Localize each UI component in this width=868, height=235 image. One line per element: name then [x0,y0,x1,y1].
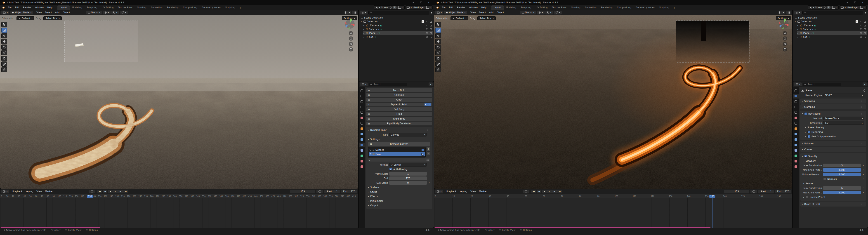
simplify-render-header[interactable]: ▾ Render [800,181,866,186]
curves-panel[interactable]: ▸ Curves [800,147,866,152]
timeline-menu-marker[interactable]: Marker [477,190,489,193]
outliner-row-cube[interactable]: ▸▽Cube↪⌁▽ [797,27,867,31]
workspace-tab-compositing[interactable]: Compositing [181,5,199,10]
menu-file[interactable]: File [6,6,13,9]
value-field[interactable]: 1.000 [823,173,861,176]
workspace-tab-compositing[interactable]: Compositing [615,5,633,10]
properties-tab-render[interactable] [359,94,365,99]
hide-viewport-icon[interactable] [426,32,428,34]
simplify-checkbox[interactable]: ✓ [804,155,807,158]
chevron-right-icon[interactable]: ▸ [364,36,365,38]
collection-checkbox[interactable]: ✓ [422,20,424,23]
use-preview-range-button[interactable] [316,190,323,194]
orientation-setting-dropdown[interactable]: Default ▾ [17,16,35,20]
play-reverse-button[interactable]: ◀ [108,190,113,194]
sampling-panel[interactable]: ▸ Sampling [800,99,866,103]
tool-measure[interactable] [435,67,441,72]
surface-list-item-color[interactable]: ▽Color✓ [369,152,425,156]
tool-transform[interactable] [1,56,7,61]
chevron-right-icon[interactable]: ▸ [364,32,365,34]
orientation-setting-dropdown[interactable]: Default ▾ [451,16,469,20]
close-button[interactable]: × [426,0,432,4]
add-workspace-button[interactable]: + [672,6,677,10]
drag-grip-icon[interactable] [427,129,430,131]
viewport-toggle-perspective-button[interactable] [783,47,787,52]
properties-tab-object-data[interactable] [359,154,365,158]
viewport-pan-button[interactable] [783,36,787,41]
timeline-menu-view[interactable]: View [469,190,477,193]
properties-tab-view-layer[interactable] [359,105,365,109]
simplify-panel-header[interactable]: ▾ ✓ Simplify [800,154,866,159]
properties-tab-material[interactable] [793,159,799,164]
outliner-row-camera[interactable]: ▸Camera▣ [363,24,433,27]
tool-scale[interactable] [1,50,7,55]
properties-tab-texture[interactable] [359,164,365,169]
outliner-search-input[interactable] [368,11,429,14]
jump-next-keyframe-button[interactable]: ▶▶ [552,190,557,194]
frame-start-field[interactable]: Start 1 [324,190,340,194]
physics-button-collision[interactable]: ▣Collision [366,93,432,97]
subpanel-output[interactable]: ▸Output [366,203,432,208]
cube-object[interactable] [701,21,706,41]
viewlayer-selector[interactable]: ▾ ViewLayer × [839,5,867,9]
viewport-menu-select[interactable]: Select [477,11,488,14]
maximize-button[interactable] [418,0,425,4]
axis-z-handle[interactable] [345,25,347,27]
disable-render-icon[interactable] [864,29,866,30]
playhead[interactable] [712,197,712,228]
jump-next-keyframe-button[interactable]: ▶▶ [118,190,123,194]
viewlayer-selector[interactable]: ▾ ViewLayer × [405,5,433,9]
properties-tab-modifiers[interactable] [793,132,799,136]
shading-wireframe-button[interactable] [345,11,346,14]
animate-dot[interactable]: • [862,173,864,175]
format-dropdown[interactable]: ▽ Vertex ▾ [389,163,427,167]
value-field[interactable]: 6 [823,186,861,190]
properties-tab-scene[interactable] [359,110,365,115]
grease-pencil-subpanel[interactable]: ▸ Grease Pencil [800,195,866,199]
timeline-editor-type[interactable]: ▾ [1,190,9,194]
timeline-ruler[interactable]: 0102030405060708090100110120130140150160… [434,194,792,198]
disable-render-icon[interactable] [864,36,866,38]
chevron-right-icon[interactable]: ▸ [364,24,365,27]
properties-tab-object[interactable] [359,126,365,131]
scene-selector[interactable]: ▾ Scene 2 × [374,5,405,9]
properties-tab-view-layer[interactable] [793,105,799,109]
clamping-panel[interactable]: ▸ Clamping [800,104,866,109]
axis-x-handle[interactable] [352,24,355,26]
timeline-body[interactable] [0,198,358,228]
properties-tab-modifiers[interactable] [359,132,365,136]
maximize-button[interactable] [852,0,859,4]
remove-viewlayer-icon[interactable]: × [429,6,431,9]
viewport-menu-view[interactable]: View [35,11,43,14]
drag-setting-dropdown[interactable]: Select Box ▾ [477,16,496,20]
properties-tab-physics[interactable] [359,142,365,147]
properties-tab-tool[interactable] [359,88,365,93]
frame-start-field[interactable]: Start 1 [758,190,774,194]
type-dropdown[interactable]: Canvas ▾ [389,133,427,136]
play-forward-button[interactable]: ▶ [547,190,552,194]
properties-tab-render[interactable] [793,94,799,99]
tool-cursor-3d[interactable] [1,33,7,38]
outliner-row-camera[interactable]: ▸Camera▣ [797,24,867,27]
pivot-dropdown[interactable]: ▾ [103,11,111,14]
properties-tab-material[interactable] [359,159,365,164]
viewport-menu-add[interactable]: Add [54,11,61,14]
editor-type-button[interactable]: ▾ [435,11,443,14]
subpanel-fast-gi-approximation[interactable]: ▸✓Fast GI Approximation [803,134,866,139]
outliner-display-mode[interactable]: ▾ [360,11,368,14]
hide-viewport-icon[interactable] [426,21,428,22]
viewport-menu-view[interactable]: View [469,11,477,14]
tool-rotate[interactable] [435,44,441,50]
axis-z-handle[interactable] [779,25,781,27]
chevron-right-icon[interactable]: ▸ [798,36,799,38]
workspace-tab-shading[interactable]: Shading [569,5,583,10]
properties-tab-collection[interactable] [359,121,365,126]
subpanel-effects[interactable]: ▸Effects [366,194,432,199]
workspace-tab-sculpting[interactable]: Sculpting [84,5,99,10]
pause-render-button[interactable] [786,11,791,14]
new-scene-icon[interactable] [832,6,834,9]
fast-gi-approximation-checkbox[interactable]: ✓ [807,135,810,138]
play-forward-button[interactable]: ▶ [113,190,118,194]
depth-of-field-panel[interactable]: ▸ Depth of Field [800,202,866,206]
workspace-tab-texture-paint[interactable]: Texture Paint [550,5,569,10]
